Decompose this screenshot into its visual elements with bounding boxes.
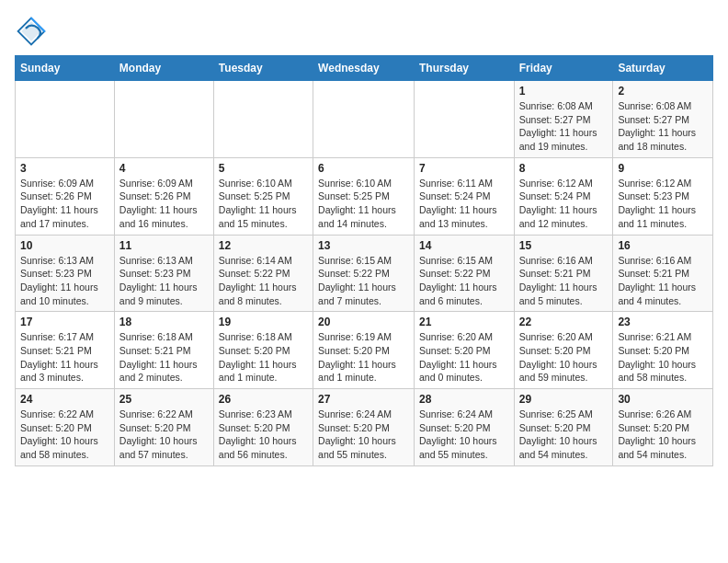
calendar-cell: 3Sunrise: 6:09 AMSunset: 5:26 PMDaylight… [16,157,115,235]
calendar-cell: 6Sunrise: 6:10 AMSunset: 5:25 PMDaylight… [313,157,415,235]
day-info: Sunrise: 6:15 AMSunset: 5:22 PMDaylight:… [419,254,509,308]
day-info: Sunrise: 6:20 AMSunset: 5:20 PMDaylight:… [519,330,609,385]
day-info: Sunrise: 6:12 AMSunset: 5:24 PMDaylight:… [519,177,609,231]
calendar-cell [313,81,415,158]
day-info: Sunrise: 6:22 AMSunset: 5:20 PMDaylight:… [119,408,209,462]
calendar-week-row: 1Sunrise: 6:08 AMSunset: 5:27 PMDaylight… [16,81,713,158]
day-number: 11 [119,239,209,252]
logo [15,15,51,48]
day-info: Sunrise: 6:23 AMSunset: 5:20 PMDaylight:… [219,408,308,462]
day-number: 17 [20,316,109,328]
calendar-cell: 20Sunrise: 6:19 AMSunset: 5:20 PMDayligh… [313,312,415,389]
column-header-monday: Monday [114,56,213,81]
calendar-cell: 18Sunrise: 6:18 AMSunset: 5:21 PMDayligh… [114,312,213,389]
day-info: Sunrise: 6:13 AMSunset: 5:23 PMDaylight:… [119,254,209,308]
day-info: Sunrise: 6:16 AMSunset: 5:21 PMDaylight:… [618,254,708,308]
day-info: Sunrise: 6:14 AMSunset: 5:22 PMDaylight:… [219,254,308,308]
day-info: Sunrise: 6:11 AMSunset: 5:24 PMDaylight:… [419,177,509,231]
calendar-cell: 14Sunrise: 6:15 AMSunset: 5:22 PMDayligh… [414,235,514,312]
day-number: 29 [519,393,609,406]
day-number: 6 [318,162,409,175]
calendar-cell: 4Sunrise: 6:09 AMSunset: 5:26 PMDaylight… [114,157,213,235]
day-number: 8 [519,162,609,175]
day-info: Sunrise: 6:15 AMSunset: 5:22 PMDaylight:… [318,254,409,308]
day-number: 10 [20,239,109,252]
logo-icon [15,15,48,48]
day-info: Sunrise: 6:16 AMSunset: 5:21 PMDaylight:… [519,254,609,308]
calendar-cell: 16Sunrise: 6:16 AMSunset: 5:21 PMDayligh… [613,235,713,312]
calendar-cell: 25Sunrise: 6:22 AMSunset: 5:20 PMDayligh… [114,389,213,466]
column-header-sunday: Sunday [16,56,115,81]
calendar-cell: 21Sunrise: 6:20 AMSunset: 5:20 PMDayligh… [414,312,514,389]
calendar-cell: 19Sunrise: 6:18 AMSunset: 5:20 PMDayligh… [213,312,313,389]
day-info: Sunrise: 6:08 AMSunset: 5:27 PMDaylight:… [618,99,708,154]
day-info: Sunrise: 6:10 AMSunset: 5:25 PMDaylight:… [219,177,308,231]
day-info: Sunrise: 6:10 AMSunset: 5:25 PMDaylight:… [318,177,409,231]
calendar-cell: 15Sunrise: 6:16 AMSunset: 5:21 PMDayligh… [514,235,613,312]
day-number: 23 [618,316,708,328]
calendar-cell: 11Sunrise: 6:13 AMSunset: 5:23 PMDayligh… [114,235,213,312]
calendar-cell [414,81,514,158]
day-number: 9 [618,162,708,175]
page-header [15,15,713,48]
day-number: 5 [219,162,308,175]
day-number: 25 [119,393,209,406]
day-info: Sunrise: 6:12 AMSunset: 5:23 PMDaylight:… [618,177,708,231]
day-info: Sunrise: 6:25 AMSunset: 5:20 PMDaylight:… [519,408,609,462]
calendar-header-row: SundayMondayTuesdayWednesdayThursdayFrid… [16,56,713,81]
calendar-cell: 12Sunrise: 6:14 AMSunset: 5:22 PMDayligh… [213,235,313,312]
day-number: 24 [20,393,109,406]
day-info: Sunrise: 6:22 AMSunset: 5:20 PMDaylight:… [20,408,109,462]
day-info: Sunrise: 6:24 AMSunset: 5:20 PMDaylight:… [318,408,409,462]
day-number: 18 [119,316,209,328]
calendar-cell: 30Sunrise: 6:26 AMSunset: 5:20 PMDayligh… [613,389,713,466]
day-number: 15 [519,239,609,252]
day-number: 3 [20,162,109,175]
day-number: 14 [419,239,509,252]
calendar-cell: 5Sunrise: 6:10 AMSunset: 5:25 PMDaylight… [213,157,313,235]
day-info: Sunrise: 6:19 AMSunset: 5:20 PMDaylight:… [318,330,409,385]
calendar-cell: 8Sunrise: 6:12 AMSunset: 5:24 PMDaylight… [514,157,613,235]
calendar-cell: 7Sunrise: 6:11 AMSunset: 5:24 PMDaylight… [414,157,514,235]
day-number: 2 [618,85,708,98]
calendar-cell: 23Sunrise: 6:21 AMSunset: 5:20 PMDayligh… [613,312,713,389]
column-header-saturday: Saturday [613,56,713,81]
calendar-cell: 9Sunrise: 6:12 AMSunset: 5:23 PMDaylight… [613,157,713,235]
day-info: Sunrise: 6:09 AMSunset: 5:26 PMDaylight:… [20,177,109,231]
calendar-cell: 29Sunrise: 6:25 AMSunset: 5:20 PMDayligh… [514,389,613,466]
calendar-cell: 17Sunrise: 6:17 AMSunset: 5:21 PMDayligh… [16,312,115,389]
day-info: Sunrise: 6:13 AMSunset: 5:23 PMDaylight:… [20,254,109,308]
calendar-table: SundayMondayTuesdayWednesdayThursdayFrid… [15,55,713,466]
day-number: 21 [419,316,509,328]
column-header-wednesday: Wednesday [313,56,415,81]
day-info: Sunrise: 6:17 AMSunset: 5:21 PMDaylight:… [20,330,109,385]
calendar-week-row: 3Sunrise: 6:09 AMSunset: 5:26 PMDaylight… [16,157,713,235]
calendar-cell: 26Sunrise: 6:23 AMSunset: 5:20 PMDayligh… [213,389,313,466]
day-number: 13 [318,239,409,252]
day-info: Sunrise: 6:24 AMSunset: 5:20 PMDaylight:… [419,408,509,462]
day-info: Sunrise: 6:20 AMSunset: 5:20 PMDaylight:… [419,330,509,385]
day-info: Sunrise: 6:08 AMSunset: 5:27 PMDaylight:… [519,99,609,154]
calendar-cell: 22Sunrise: 6:20 AMSunset: 5:20 PMDayligh… [514,312,613,389]
calendar-cell [114,81,213,158]
day-number: 4 [119,162,209,175]
column-header-thursday: Thursday [414,56,514,81]
calendar-cell: 10Sunrise: 6:13 AMSunset: 5:23 PMDayligh… [16,235,115,312]
calendar-cell: 24Sunrise: 6:22 AMSunset: 5:20 PMDayligh… [16,389,115,466]
column-header-tuesday: Tuesday [213,56,313,81]
calendar-week-row: 24Sunrise: 6:22 AMSunset: 5:20 PMDayligh… [16,389,713,466]
day-number: 30 [618,393,708,406]
calendar-week-row: 17Sunrise: 6:17 AMSunset: 5:21 PMDayligh… [16,312,713,389]
day-number: 27 [318,393,409,406]
day-info: Sunrise: 6:21 AMSunset: 5:20 PMDaylight:… [618,330,708,385]
day-info: Sunrise: 6:18 AMSunset: 5:20 PMDaylight:… [219,330,308,385]
calendar-cell: 28Sunrise: 6:24 AMSunset: 5:20 PMDayligh… [414,389,514,466]
day-number: 22 [519,316,609,328]
day-number: 19 [219,316,308,328]
day-number: 16 [618,239,708,252]
calendar-week-row: 10Sunrise: 6:13 AMSunset: 5:23 PMDayligh… [16,235,713,312]
day-number: 7 [419,162,509,175]
day-number: 26 [219,393,308,406]
day-info: Sunrise: 6:18 AMSunset: 5:21 PMDaylight:… [119,330,209,385]
day-info: Sunrise: 6:09 AMSunset: 5:26 PMDaylight:… [119,177,209,231]
